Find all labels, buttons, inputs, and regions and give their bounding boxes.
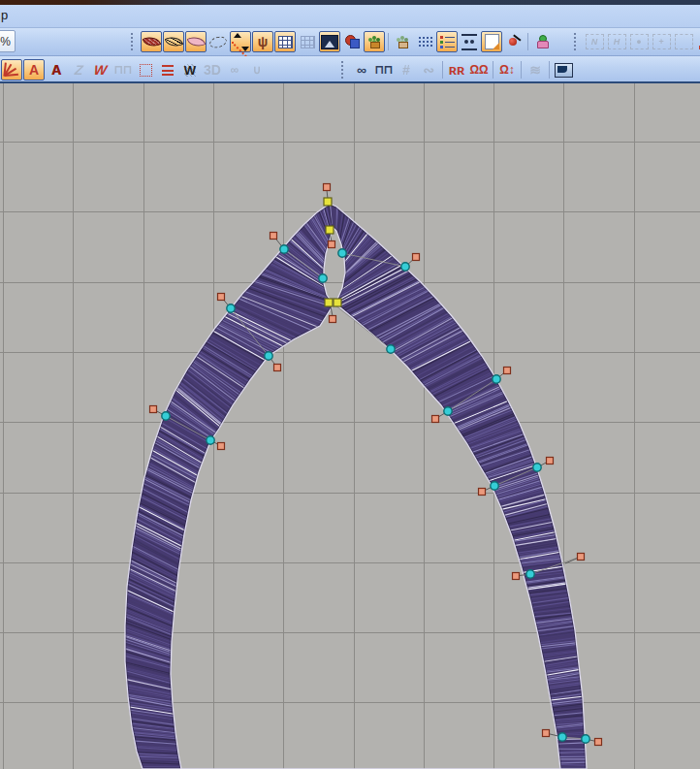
toolbar-separator: [521, 61, 522, 79]
stitch-zigzag-button[interactable]: W: [90, 59, 111, 80]
toolbar-separator: [493, 61, 493, 79]
bezier-handle-orange[interactable]: [150, 406, 157, 413]
tool-background-image-button[interactable]: [319, 31, 340, 52]
tool-team-names-icon: [461, 34, 477, 50]
tool-frame-blank-button[interactable]: [673, 31, 694, 52]
stitch-column-gap-button[interactable]: ⊓⊓: [112, 59, 134, 80]
tool-overlap-shapes-button[interactable]: [341, 31, 363, 52]
menu-item-help-partial[interactable]: p: [0, 5, 12, 22]
design-canvas[interactable]: [0, 83, 700, 769]
selected-node-yellow[interactable]: [326, 226, 334, 234]
tool-fill-object-button[interactable]: [141, 31, 162, 52]
tool-design-nature-button[interactable]: [364, 31, 385, 52]
stitch-input-rays-button[interactable]: [1, 59, 22, 80]
stitch-fancy-fill-icon: W: [184, 64, 196, 77]
bezier-handle-orange[interactable]: [218, 443, 225, 450]
tool-hatch-fill-button[interactable]: [163, 31, 184, 52]
stitch-3d-warp-button[interactable]: 3D: [202, 59, 223, 80]
effect-weave-button[interactable]: #: [396, 59, 417, 80]
stitch-motif-fill-icon: [140, 64, 152, 77]
toolbar-grip[interactable]: [131, 33, 137, 50]
toolbar-grip[interactable]: [574, 33, 580, 50]
selected-node-yellow[interactable]: [325, 299, 333, 306]
effect-columns-button[interactable]: ⊓⊓: [373, 59, 395, 80]
bezier-handle-orange[interactable]: [270, 233, 277, 240]
toolbar-group-effects: ∞⊓⊓#∾ʀʀΩΩΩ↕≋: [341, 57, 574, 82]
bezier-handle-orange[interactable]: [432, 416, 439, 423]
tool-center-design-button[interactable]: +: [651, 31, 672, 52]
bezier-handle-orange[interactable]: [329, 241, 335, 248]
zoom-percent-box[interactable]: %: [0, 30, 16, 52]
tool-reshape-nodes-button[interactable]: [230, 31, 251, 52]
tool-outline-object-button[interactable]: [185, 31, 207, 52]
toolbar-separator: [388, 33, 389, 50]
bezier-handle-orange[interactable]: [413, 254, 420, 261]
curve-node-cyan[interactable]: [444, 407, 452, 415]
tool-frame-stretch-button[interactable]: H: [606, 31, 627, 52]
curve-node-cyan[interactable]: [533, 464, 541, 471]
tool-branching-icon: ψ: [258, 35, 269, 48]
selected-node-yellow[interactable]: [334, 299, 341, 306]
bezier-handle-orange[interactable]: [330, 316, 336, 323]
tool-stipple-dots-button[interactable]: [414, 31, 435, 52]
bezier-handle-orange[interactable]: [324, 184, 331, 191]
tool-reshape-nodes-icon: [233, 34, 249, 50]
effect-underlay-rings-icon: ∞: [357, 63, 366, 77]
tool-frame-skew-button[interactable]: N: [584, 31, 605, 52]
tool-operator-icon: [535, 35, 549, 48]
effect-underlay-rings-button[interactable]: ∞: [351, 59, 372, 80]
effect-florentine-button[interactable]: ʀʀ: [446, 59, 467, 80]
curve-node-cyan[interactable]: [207, 436, 214, 444]
bezier-handle-orange[interactable]: [543, 730, 550, 737]
tool-thread-pin-button[interactable]: [503, 31, 525, 52]
effect-chain-button[interactable]: ∾: [418, 59, 439, 80]
tool-hoop-layout-button[interactable]: [695, 31, 700, 52]
tool-lasso-select-button[interactable]: [207, 31, 229, 52]
effect-curved-fill-button[interactable]: ≋: [525, 59, 546, 80]
bezier-handle-orange[interactable]: [547, 458, 554, 465]
stitch-fancy-fill-button[interactable]: W: [179, 59, 201, 80]
curve-node-cyan[interactable]: [227, 304, 235, 312]
stitch-motif-fill-button[interactable]: [135, 59, 156, 80]
tool-grid-snap-button[interactable]: [297, 31, 318, 52]
curve-node-cyan[interactable]: [401, 263, 409, 271]
effect-stitch-player-button[interactable]: [553, 59, 574, 80]
tool-frame-mirror-button[interactable]: ●: [628, 31, 650, 52]
effect-liquid-button[interactable]: ΩΩ: [468, 59, 490, 80]
curve-node-cyan[interactable]: [319, 274, 327, 282]
stitch-applique-hat-button[interactable]: ∪: [246, 59, 268, 80]
curve-node-cyan[interactable]: [162, 412, 170, 420]
tool-operator-button[interactable]: [531, 31, 553, 52]
bezier-handle-orange[interactable]: [504, 368, 511, 374]
curve-node-cyan[interactable]: [582, 735, 589, 743]
tool-design-nature-alt-button[interactable]: [392, 31, 413, 52]
tool-grid-show-button[interactable]: [274, 31, 296, 52]
effect-elastic-lettering-button[interactable]: Ω↕: [496, 59, 518, 80]
bezier-handle-orange[interactable]: [274, 365, 281, 371]
bezier-handle-orange[interactable]: [578, 554, 585, 561]
stitch-input-column-button[interactable]: A: [23, 59, 45, 80]
tool-design-properties-button[interactable]: [481, 31, 502, 52]
bezier-handle-orange[interactable]: [479, 489, 486, 496]
bezier-handle-orange[interactable]: [513, 573, 520, 580]
toolbar-row-main: % ψ NH●+: [0, 28, 700, 56]
curve-node-cyan[interactable]: [558, 733, 566, 741]
tool-object-list-button[interactable]: [436, 31, 458, 52]
curve-node-cyan[interactable]: [491, 482, 498, 490]
curve-node-cyan[interactable]: [493, 375, 500, 383]
stitch-applique-glasses-button[interactable]: ∞: [224, 59, 245, 80]
stitch-run-button[interactable]: Z: [68, 59, 89, 80]
stitch-lettering-button[interactable]: A: [46, 59, 67, 80]
bezier-handle-orange[interactable]: [218, 294, 225, 301]
curve-node-cyan[interactable]: [387, 345, 395, 353]
curve-node-cyan[interactable]: [265, 352, 272, 360]
selected-node-yellow[interactable]: [324, 198, 332, 206]
tool-branching-button[interactable]: ψ: [252, 31, 273, 52]
toolbar-grip[interactable]: [341, 61, 347, 79]
curve-node-cyan[interactable]: [526, 570, 534, 578]
tool-team-names-button[interactable]: [459, 31, 480, 52]
bezier-handle-orange[interactable]: [595, 739, 602, 746]
curve-node-cyan[interactable]: [280, 245, 288, 253]
stitch-satin-fill-button[interactable]: [157, 59, 178, 80]
curve-node-cyan[interactable]: [338, 249, 346, 257]
